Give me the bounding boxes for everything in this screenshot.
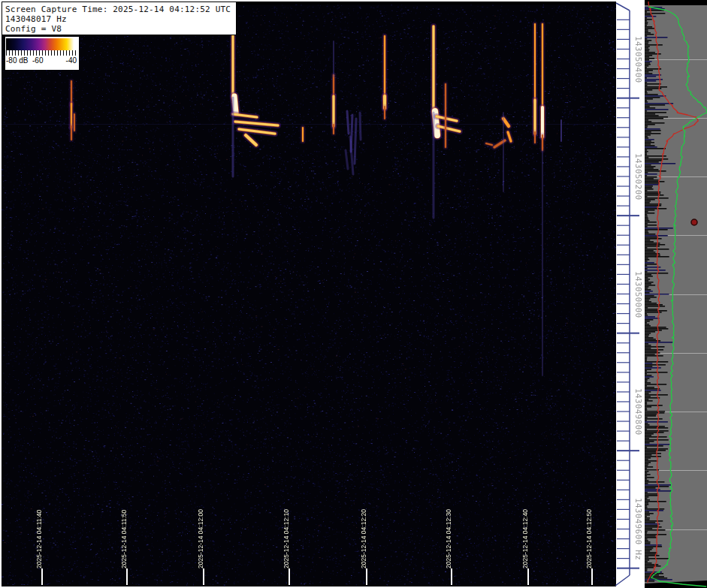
colorbar-label-max: -40 [66,56,77,65]
time-tick-text: 2025-12-14 04:12:40 [521,509,529,568]
frequency-tick-label: 143050000 [633,271,643,318]
time-tick-mark [366,568,367,585]
spectrum-panel-canvas[interactable] [645,0,707,588]
time-tick-mark [203,568,204,585]
waterfall-canvas[interactable] [2,2,616,586]
time-tick-mark [41,568,43,585]
time-tick-label: 2025-12-14 04:11:40 [40,495,50,585]
time-tick-mark [126,568,128,585]
time-tick-text: 2025-12-14 04:11:50 [120,510,128,568]
time-tick-text: 2025-12-14 04:12:10 [282,509,290,568]
time-tick-mark [527,568,529,585]
time-tick-label: 2025-12-14 04:12:40 [526,495,536,585]
colorbar-ticks [6,50,78,56]
colorbar-labels: -80 dB -60 -40 [5,56,79,66]
time-tick-text: 2025-12-14 04:12:30 [445,509,452,568]
time-tick-text: 2025-12-14 04:12:50 [585,509,593,568]
frequency-tick-label: 143050400 [633,36,643,83]
config-text: Config = V8 [5,24,233,34]
time-tick-mark [289,568,290,585]
time-tick-label: 2025-12-14 04:12:00 [201,495,212,585]
colorbar-gradient [6,38,78,50]
time-tick-text: 2025-12-14 04:12:00 [197,509,204,568]
time-tick-text: 2025-12-14 04:11:40 [35,510,43,568]
color-scale-legend: -80 dB -60 -40 [5,37,79,70]
time-tick-label: 2025-12-14 04:12:20 [364,495,375,585]
time-tick-text: 2025-12-14 04:12:20 [360,509,367,568]
colorbar-label-min: -80 dB [6,56,28,65]
frequency-tick-label: 143050200 [633,153,643,200]
time-tick-label: 2025-12-14 04:12:30 [449,495,460,585]
capture-info-box: Screen Capture Time: 2025-12-14 04:12:52… [2,2,237,35]
center-frequency-text: 143048017 Hz [5,14,233,24]
time-tick-label: 2025-12-14 04:12:50 [590,495,600,585]
spectrum-monitor-window: 1430504001430502001430500001430498001430… [0,0,707,588]
frequency-tick-label: 143049800 [633,388,643,435]
frequency-tick-label: 143049600 Hz [633,498,643,560]
time-tick-mark [451,568,452,585]
time-tick-mark [591,568,593,585]
capture-time-text: Screen Capture Time: 2025-12-14 04:12:52… [5,5,233,14]
colorbar-label-mid: -60 [32,56,43,65]
time-tick-label: 2025-12-14 04:12:10 [287,495,298,585]
time-tick-label: 2025-12-14 04:11:50 [125,495,135,585]
